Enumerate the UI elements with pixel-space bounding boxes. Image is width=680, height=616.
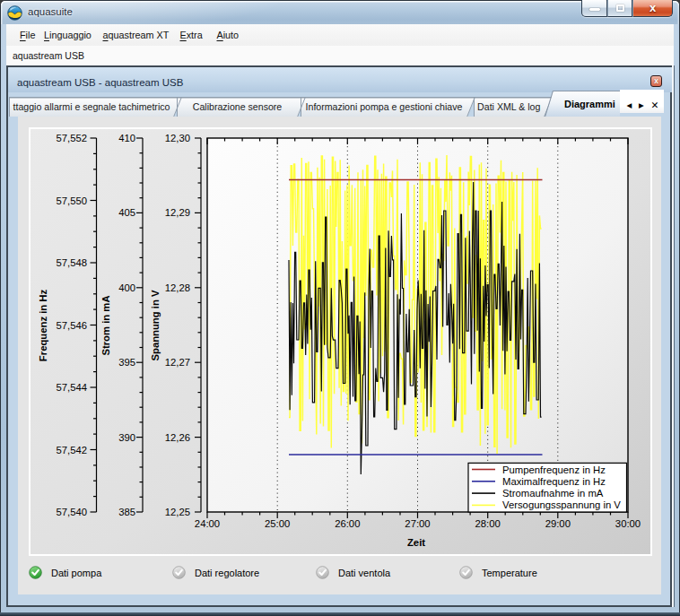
svg-text:385: 385: [118, 507, 135, 517]
svg-text:25:00: 25:00: [265, 518, 290, 529]
svg-text:Versogungsspannung in V: Versogungsspannung in V: [502, 499, 621, 510]
svg-text:26:00: 26:00: [335, 518, 360, 529]
svg-text:410: 410: [118, 133, 135, 143]
svg-text:57,546: 57,546: [56, 320, 87, 331]
svg-text:Spannung in V: Spannung in V: [150, 290, 161, 361]
svg-text:Stromaufnahme in mA: Stromaufnahme in mA: [502, 488, 604, 499]
svg-text:Frequenz in Hz: Frequenz in Hz: [38, 289, 48, 361]
svg-text:405: 405: [118, 207, 135, 218]
svg-text:57,542: 57,542: [56, 445, 87, 455]
svg-text:12,30: 12,30: [165, 133, 190, 143]
svg-text:12,25: 12,25: [165, 507, 190, 517]
svg-text:390: 390: [118, 432, 135, 443]
svg-text:Maximalfrequenz in Hz: Maximalfrequenz in Hz: [502, 476, 606, 487]
svg-text:57,552: 57,552: [56, 133, 87, 143]
svg-text:Strom in mA: Strom in mA: [100, 295, 111, 355]
svg-text:57,540: 57,540: [56, 507, 87, 517]
svg-text:29:00: 29:00: [545, 518, 571, 529]
svg-text:30:00: 30:00: [615, 518, 641, 529]
svg-text:24:00: 24:00: [195, 518, 220, 529]
svg-text:12,28: 12,28: [165, 282, 190, 293]
svg-text:12,27: 12,27: [165, 357, 190, 368]
svg-text:400: 400: [118, 282, 135, 293]
svg-text:28:00: 28:00: [475, 518, 501, 529]
svg-text:57,544: 57,544: [56, 382, 87, 393]
svg-text:27:00: 27:00: [405, 518, 430, 529]
svg-text:Zeit: Zeit: [407, 537, 425, 548]
svg-text:57,548: 57,548: [56, 257, 87, 268]
svg-text:57,550: 57,550: [56, 195, 87, 206]
svg-text:Pumpenfrequenz in Hz: Pumpenfrequenz in Hz: [502, 464, 606, 475]
svg-text:395: 395: [118, 357, 135, 368]
svg-text:12,29: 12,29: [165, 207, 190, 218]
svg-text:12,26: 12,26: [165, 432, 190, 443]
